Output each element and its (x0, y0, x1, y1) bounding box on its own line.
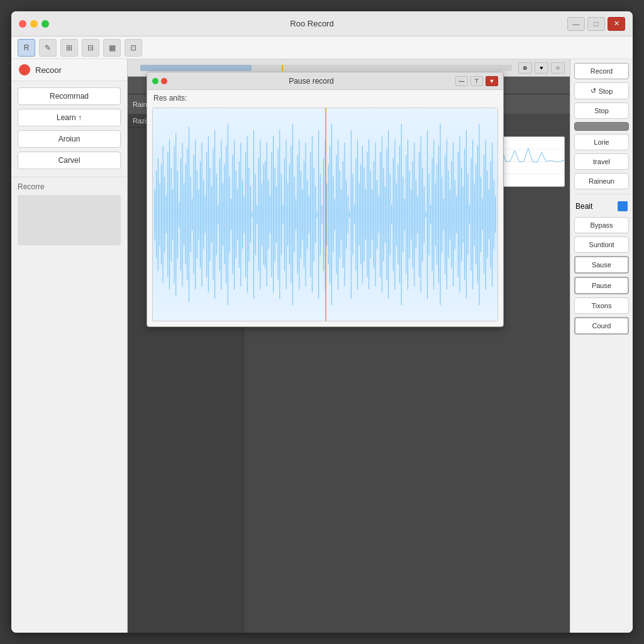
dialog-max-btn[interactable]: ⊤ (470, 76, 483, 86)
minimize-button[interactable]: — (567, 17, 585, 31)
left-header-label: Recoor (35, 65, 62, 75)
left-section-content (18, 195, 121, 245)
stop1-button[interactable]: ↺ Stop (574, 82, 629, 99)
traffic-lights (19, 20, 49, 28)
playhead-marker (282, 65, 283, 71)
learn-button[interactable]: Learn ↑ (18, 109, 121, 126)
window-controls: — □ ✕ (567, 17, 625, 31)
suntlont-button[interactable]: Suntlont (574, 236, 629, 253)
close-button[interactable]: ✕ (608, 17, 625, 31)
dialog-dots (152, 78, 167, 84)
center-area: ⊕ ♥ ☆ Pause record — ⊤ (128, 59, 570, 633)
ruler-ctrl-3[interactable]: ☆ (551, 62, 565, 74)
record-icon-red (19, 64, 30, 75)
toolbar-icon-2[interactable]: ⊟ (82, 39, 99, 57)
dialog-label: Res anits: (147, 90, 503, 105)
dialog-dot-green[interactable] (152, 78, 158, 84)
waveform-container (152, 108, 498, 321)
beat-indicator: Beait (574, 199, 629, 214)
toolbar: R ✎ ⊞ ⊟ ▦ ⊡ (11, 36, 633, 59)
stop2-button[interactable]: Stop (574, 103, 629, 119)
record-button[interactable]: Record (574, 63, 629, 79)
titlebar: Roo Record — □ ✕ (11, 11, 633, 36)
window-title: Roo Record (57, 19, 567, 28)
cancel-button[interactable]: Carvel (18, 152, 121, 169)
toolbar-icon-3[interactable]: ▦ (103, 39, 121, 57)
ruler-track[interactable] (140, 65, 512, 71)
raineun-button[interactable]: Raineun (574, 173, 629, 189)
colored-bar (574, 122, 629, 131)
toolbar-icon-1[interactable]: ⊞ (60, 39, 78, 57)
sause-button[interactable]: Sause (574, 256, 629, 274)
right-panel: Record ↺ Stop Stop Lorie travel Raineun … (570, 59, 633, 633)
dialog-title: Pause record (167, 77, 455, 86)
travel-button[interactable]: travel (574, 153, 629, 170)
recording-dialog: Pause record — ⊤ ▼ Res anits: (147, 72, 504, 327)
ruler-ctrl-1[interactable]: ⊕ (518, 62, 532, 74)
close-traffic-light[interactable] (19, 20, 26, 28)
around-button[interactable]: Aroiun (18, 130, 121, 148)
divider-1 (574, 194, 629, 194)
minimize-traffic-light[interactable] (30, 20, 38, 28)
maximize-traffic-light[interactable] (42, 20, 49, 28)
ruler-fill (140, 65, 252, 71)
beat-label: Beait (575, 202, 592, 211)
left-panel: Recoor Recomrnad Learn ↑ Aroiun Carvel R… (11, 59, 128, 633)
lorie-button[interactable]: Lorie (574, 134, 629, 150)
ruler-ctrl-2[interactable]: ♥ (535, 62, 548, 74)
beat-blue-box (618, 201, 628, 211)
left-buttons: Recomrnad Learn ↑ Aroiun Carvel (11, 81, 127, 169)
courd-button[interactable]: Courd (574, 317, 629, 335)
dialog-dot-red[interactable] (161, 78, 167, 84)
dialog-min-btn[interactable]: — (455, 76, 468, 86)
pause-button[interactable]: Pause (574, 277, 629, 294)
dialog-close-btn[interactable]: ▼ (486, 76, 498, 86)
dialog-buttons: — ⊤ ▼ (455, 76, 498, 86)
ruler-controls: ⊕ ♥ ☆ (518, 62, 565, 74)
left-header: Recoor (11, 59, 127, 81)
bypass-button[interactable]: Bypass (574, 217, 629, 233)
toolbar-icon-r[interactable]: R (18, 39, 35, 57)
tixons-button[interactable]: Tixons (574, 297, 629, 314)
dialog-titlebar: Pause record — ⊤ ▼ (147, 72, 503, 90)
recommend-button[interactable]: Recomrnad (18, 87, 121, 105)
main-area: Recoor Recomrnad Learn ↑ Aroiun Carvel R… (11, 59, 633, 633)
toolbar-icon-pencil[interactable]: ✎ (39, 39, 57, 57)
restore-button[interactable]: □ (587, 17, 605, 31)
stop-icon: ↺ (591, 87, 596, 95)
dialog-playhead (325, 108, 326, 321)
toolbar-icon-4[interactable]: ⊡ (125, 39, 142, 57)
left-section: Recorre (11, 177, 127, 633)
left-section-label: Recorre (18, 182, 121, 191)
